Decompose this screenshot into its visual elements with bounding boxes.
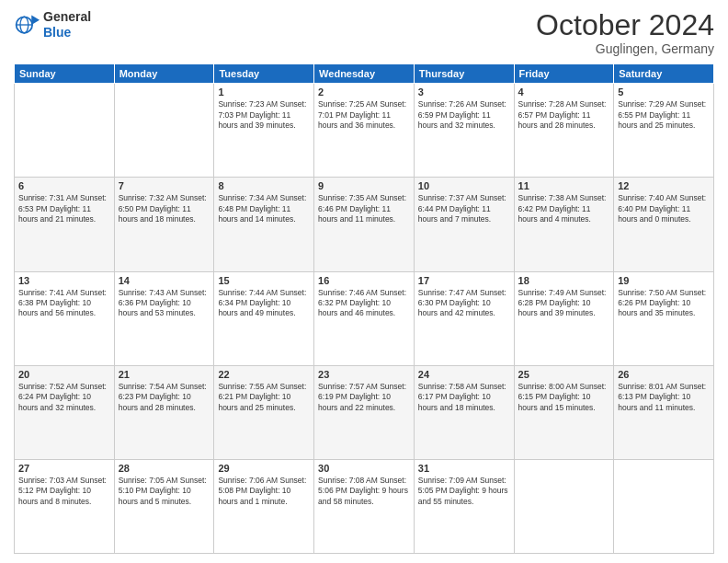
cell-content: Sunrise: 7:28 AM Sunset: 6:57 PM Dayligh…: [518, 99, 610, 131]
cell-content: Sunrise: 7:46 AM Sunset: 6:32 PM Dayligh…: [318, 288, 410, 319]
calendar-cell: 4Sunrise: 7:28 AM Sunset: 6:57 PM Daylig…: [514, 84, 614, 178]
day-number: 8: [218, 180, 310, 191]
day-number: 22: [218, 369, 310, 380]
calendar-cell: 8Sunrise: 7:34 AM Sunset: 6:48 PM Daylig…: [214, 178, 314, 271]
cell-content: Sunrise: 8:00 AM Sunset: 6:15 PM Dayligh…: [518, 382, 610, 413]
calendar-cell: 2Sunrise: 7:25 AM Sunset: 7:01 PM Daylig…: [314, 84, 415, 178]
calendar-cell: 13Sunrise: 7:41 AM Sunset: 6:38 PM Dayli…: [15, 271, 115, 365]
calendar-cell: 6Sunrise: 7:31 AM Sunset: 6:53 PM Daylig…: [15, 178, 115, 271]
calendar-cell: 16Sunrise: 7:46 AM Sunset: 6:32 PM Dayli…: [314, 271, 415, 365]
calendar-week-row: 20Sunrise: 7:52 AM Sunset: 6:24 PM Dayli…: [15, 365, 714, 459]
page: General Blue October 2024 Guglingen, Ger…: [0, 0, 728, 563]
cell-content: Sunrise: 7:06 AM Sunset: 5:08 PM Dayligh…: [218, 476, 310, 507]
weekday-header: Sunday: [15, 64, 115, 84]
cell-content: Sunrise: 7:44 AM Sunset: 6:34 PM Dayligh…: [218, 288, 310, 319]
calendar-cell: [15, 84, 115, 178]
day-number: 11: [518, 180, 610, 191]
day-number: 15: [218, 275, 310, 286]
day-number: 13: [18, 275, 110, 286]
calendar-cell: 7Sunrise: 7:32 AM Sunset: 6:50 PM Daylig…: [114, 178, 214, 271]
day-number: 17: [418, 275, 510, 286]
calendar-cell: 24Sunrise: 7:58 AM Sunset: 6:17 PM Dayli…: [414, 365, 514, 459]
calendar-cell: 15Sunrise: 7:44 AM Sunset: 6:34 PM Dayli…: [214, 271, 314, 365]
calendar-header-row: SundayMondayTuesdayWednesdayThursdayFrid…: [15, 64, 714, 84]
day-number: 25: [518, 369, 610, 380]
calendar-cell: 12Sunrise: 7:40 AM Sunset: 6:40 PM Dayli…: [614, 178, 714, 271]
cell-content: Sunrise: 7:58 AM Sunset: 6:17 PM Dayligh…: [418, 382, 510, 413]
cell-content: Sunrise: 7:03 AM Sunset: 5:12 PM Dayligh…: [18, 476, 110, 507]
day-number: 3: [418, 86, 510, 98]
weekday-header: Tuesday: [214, 64, 314, 84]
cell-content: Sunrise: 7:23 AM Sunset: 7:03 PM Dayligh…: [218, 99, 310, 131]
day-number: 28: [119, 463, 210, 474]
day-number: 4: [518, 86, 610, 98]
cell-content: Sunrise: 7:47 AM Sunset: 6:30 PM Dayligh…: [418, 288, 510, 319]
calendar-cell: 5Sunrise: 7:29 AM Sunset: 6:55 PM Daylig…: [614, 84, 714, 178]
logo-blue: Blue: [43, 25, 71, 40]
calendar-cell: 1Sunrise: 7:23 AM Sunset: 7:03 PM Daylig…: [214, 84, 314, 178]
cell-content: Sunrise: 7:09 AM Sunset: 5:05 PM Dayligh…: [418, 476, 510, 507]
cell-content: Sunrise: 7:54 AM Sunset: 6:23 PM Dayligh…: [119, 382, 210, 413]
calendar-cell: 27Sunrise: 7:03 AM Sunset: 5:12 PM Dayli…: [15, 459, 115, 553]
weekday-header: Thursday: [414, 64, 514, 84]
svg-marker-4: [31, 15, 40, 25]
day-number: 30: [318, 463, 410, 474]
header: General Blue October 2024 Guglingen, Ger…: [14, 9, 714, 56]
calendar-cell: 25Sunrise: 8:00 AM Sunset: 6:15 PM Dayli…: [514, 365, 614, 459]
cell-content: Sunrise: 7:26 AM Sunset: 6:59 PM Dayligh…: [418, 99, 510, 131]
calendar-cell: 19Sunrise: 7:50 AM Sunset: 6:26 PM Dayli…: [614, 271, 714, 365]
cell-content: Sunrise: 7:05 AM Sunset: 5:10 PM Dayligh…: [119, 476, 210, 507]
day-number: 2: [318, 86, 410, 98]
cell-content: Sunrise: 7:35 AM Sunset: 6:46 PM Dayligh…: [318, 193, 410, 224]
calendar-cell: 21Sunrise: 7:54 AM Sunset: 6:23 PM Dayli…: [114, 365, 214, 459]
day-number: 1: [218, 86, 310, 98]
calendar-week-row: 13Sunrise: 7:41 AM Sunset: 6:38 PM Dayli…: [15, 271, 714, 365]
logo-icon: [14, 12, 40, 38]
day-number: 14: [119, 275, 210, 286]
weekday-header: Monday: [114, 64, 214, 84]
cell-content: Sunrise: 8:01 AM Sunset: 6:13 PM Dayligh…: [618, 382, 710, 413]
day-number: 20: [18, 369, 110, 380]
calendar-cell: 9Sunrise: 7:35 AM Sunset: 6:46 PM Daylig…: [314, 178, 415, 271]
calendar-cell: 28Sunrise: 7:05 AM Sunset: 5:10 PM Dayli…: [114, 459, 214, 553]
calendar-table: SundayMondayTuesdayWednesdayThursdayFrid…: [14, 63, 714, 554]
day-number: 12: [618, 180, 710, 191]
cell-content: Sunrise: 7:29 AM Sunset: 6:55 PM Dayligh…: [618, 99, 710, 131]
weekday-header: Friday: [514, 64, 614, 84]
calendar-cell: [614, 459, 714, 553]
day-number: 5: [618, 86, 710, 98]
cell-content: Sunrise: 7:25 AM Sunset: 7:01 PM Dayligh…: [318, 99, 410, 131]
weekday-header: Wednesday: [314, 64, 415, 84]
cell-content: Sunrise: 7:43 AM Sunset: 6:36 PM Dayligh…: [119, 288, 210, 319]
calendar-cell: [114, 84, 214, 178]
calendar-week-row: 27Sunrise: 7:03 AM Sunset: 5:12 PM Dayli…: [15, 459, 714, 553]
calendar-cell: 30Sunrise: 7:08 AM Sunset: 5:06 PM Dayli…: [314, 459, 415, 553]
day-number: 26: [618, 369, 710, 380]
calendar-cell: 11Sunrise: 7:38 AM Sunset: 6:42 PM Dayli…: [514, 178, 614, 271]
day-number: 16: [318, 275, 410, 286]
day-number: 10: [418, 180, 510, 191]
cell-content: Sunrise: 7:34 AM Sunset: 6:48 PM Dayligh…: [218, 193, 310, 224]
logo-text: General Blue: [43, 9, 91, 40]
cell-content: Sunrise: 7:52 AM Sunset: 6:24 PM Dayligh…: [18, 382, 110, 413]
calendar-cell: 23Sunrise: 7:57 AM Sunset: 6:19 PM Dayli…: [314, 365, 415, 459]
calendar-cell: 26Sunrise: 8:01 AM Sunset: 6:13 PM Dayli…: [614, 365, 714, 459]
logo: General Blue: [14, 9, 91, 40]
cell-content: Sunrise: 7:41 AM Sunset: 6:38 PM Dayligh…: [18, 288, 110, 319]
calendar-week-row: 1Sunrise: 7:23 AM Sunset: 7:03 PM Daylig…: [15, 84, 714, 178]
day-number: 7: [119, 180, 210, 191]
calendar-cell: 10Sunrise: 7:37 AM Sunset: 6:44 PM Dayli…: [414, 178, 514, 271]
cell-content: Sunrise: 7:32 AM Sunset: 6:50 PM Dayligh…: [119, 193, 210, 224]
location: Guglingen, Germany: [536, 41, 714, 56]
day-number: 6: [18, 180, 110, 191]
cell-content: Sunrise: 7:08 AM Sunset: 5:06 PM Dayligh…: [318, 476, 410, 507]
day-number: 31: [418, 463, 510, 474]
calendar-cell: 31Sunrise: 7:09 AM Sunset: 5:05 PM Dayli…: [414, 459, 514, 553]
calendar-cell: 14Sunrise: 7:43 AM Sunset: 6:36 PM Dayli…: [114, 271, 214, 365]
calendar-cell: 22Sunrise: 7:55 AM Sunset: 6:21 PM Dayli…: [214, 365, 314, 459]
calendar-cell: 18Sunrise: 7:49 AM Sunset: 6:28 PM Dayli…: [514, 271, 614, 365]
calendar-cell: 29Sunrise: 7:06 AM Sunset: 5:08 PM Dayli…: [214, 459, 314, 553]
cell-content: Sunrise: 7:50 AM Sunset: 6:26 PM Dayligh…: [618, 288, 710, 319]
cell-content: Sunrise: 7:49 AM Sunset: 6:28 PM Dayligh…: [518, 288, 610, 319]
day-number: 24: [418, 369, 510, 380]
